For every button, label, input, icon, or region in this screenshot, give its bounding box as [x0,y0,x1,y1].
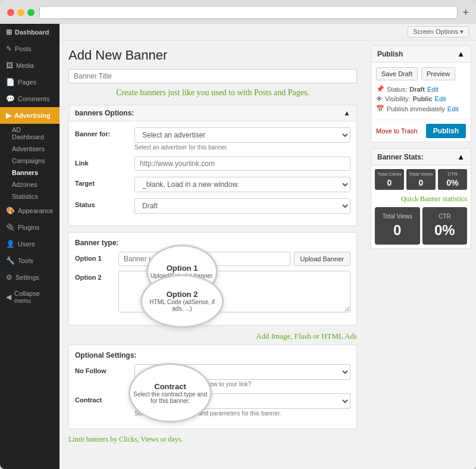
sidebar-item-adzones[interactable]: Adzones [0,179,60,190]
target-label: Target [75,177,129,187]
status-edit-link[interactable]: Edit [427,86,439,93]
sidebar-item-media[interactable]: 🖼 Media [0,57,60,74]
stats-grid: Total Clicks 0 Total Views 0 CTR 0% [375,169,467,190]
big-ctr-label: CTR [426,213,464,220]
advertising-icon: ▶ [6,111,11,120]
visibility-edit-link[interactable]: Edit [435,95,446,102]
banner-for-label: Banner for: [75,127,129,137]
total-clicks-cell: Total Clicks 0 [375,169,404,190]
big-total-views-value: 0 [378,222,416,239]
target-row: Target _blank, Load in a new window. [75,177,350,192]
option2-tooltip: Option 2 HTML Code (adSense, if ads, ...… [140,274,224,328]
banners-options-body: Banner for: Select an advertiser Select … [69,121,356,226]
publish-body: Save Draft Preview 📌 Status: Draft Edit … [371,62,471,120]
big-total-views: Total Views 0 [375,207,420,245]
publish-header[interactable]: Publish ▲ [371,46,471,62]
sidebar-item-tools[interactable]: 🔧 Tools [0,252,60,269]
banner-for-select[interactable]: Select an advertiser [134,127,350,143]
upload-banner-button[interactable]: Upload Banner [294,252,350,266]
status-label: Status [75,198,129,208]
close-dot[interactable] [7,9,14,16]
new-tab-icon[interactable]: + [462,7,469,19]
metabox-toggle-icon[interactable]: ▲ [343,109,350,117]
contract-row: Contract Select the contract type and pa… [75,393,350,417]
banners-options-metabox: banners Options: ▲ Banner for: Select an… [68,105,357,226]
sidebar-item-advertising[interactable]: ▶ Advertising [0,107,60,124]
optional-settings-body: Optional Settings: No Follow Do you want… [69,345,356,429]
sidebar-item-appearance[interactable]: 🎨 Appearance [0,202,60,219]
stats-body: Total Clicks 0 Total Views 0 CTR 0% [371,165,471,248]
sidebar-item-campaigns[interactable]: Campaigns [0,155,60,167]
editor-area: Add New Banner Create banners just like … [60,40,366,469]
optional-settings-heading: Optional Settings: [75,351,350,359]
status-row: Status Draft [75,198,350,214]
total-views-cell: Total Views 0 [406,169,436,190]
content-area: Add New Banner Create banners just like … [60,40,476,469]
banner-for-row: Banner for: Select an advertiser Select … [75,127,350,151]
sidebar-item-banners[interactable]: Banners [0,167,60,179]
stats-toggle-icon[interactable]: ▲ [457,152,465,161]
publish-heading: Publish [377,50,403,58]
status-icon: 📌 [376,85,384,93]
sidebar-item-plugins[interactable]: 🔌 Plugins [0,219,60,236]
publish-footer: Move to Trash Publish [371,120,471,142]
sidebar-item-advertisers[interactable]: Advertisers [0,143,60,155]
contract-tooltip-desc: Select the contract type and for this ba… [133,391,207,404]
banners-options-header[interactable]: banners Options: ▲ [69,105,356,121]
link-input[interactable] [134,157,350,171]
banner-type-metabox: Banner type: Option 1 Upload Banner Opti… [68,232,357,326]
sidebar-item-users[interactable]: 👤 Users [0,236,60,252]
maximize-dot[interactable] [27,9,35,16]
status-meta: 📌 Status: Draft Edit [376,85,466,93]
total-views-value: 0 [409,178,433,187]
sidebar-item-settings[interactable]: ⚙ Settings [0,269,60,286]
sidebar-item-collapse[interactable]: ◀ Collapse menu [0,286,60,308]
sidebar-item-posts[interactable]: ✎ Posts [0,40,60,57]
big-stats: Total Views 0 CTR 0% [375,207,467,245]
right-sidebar: Publish ▲ Save Draft Preview 📌 Status: [366,40,476,469]
visibility-label: Visibility: [385,95,411,102]
publish-button[interactable]: Publish [426,124,466,138]
save-draft-button[interactable]: Save Draft [376,67,418,80]
users-icon: 👤 [6,240,15,248]
publish-box: Publish ▲ Save Draft Preview 📌 Status: [371,45,471,142]
banner-stats-box: Banner Stats: ▲ Total Clicks 0 Total Vie [371,148,471,249]
media-icon: 🖼 [6,61,13,70]
pages-icon: 📄 [6,78,15,86]
sidebar-item-comments[interactable]: 💬 Comments [0,90,60,107]
publish-date-label: Publish immediately [387,105,445,112]
target-select[interactable]: _blank, Load in a new window. [134,177,350,192]
screen-options-button[interactable]: Screen Options ▾ [408,26,469,37]
main-content: Screen Options ▾ Add New Banner Create b… [60,24,476,469]
sidebar-item-ad-dashboard[interactable]: AD Dashboard [0,124,60,143]
option1-label: Option 1 [75,252,114,262]
sidebar-item-statistics[interactable]: Statistics [0,190,60,202]
banner-title-input[interactable] [68,69,357,83]
address-bar[interactable] [39,6,458,19]
target-field: _blank, Load in a new window. [134,177,350,192]
visibility-meta: 👁 Visibility: Public Edit [376,95,466,102]
no-follow-label: No Follow [75,364,129,374]
status-select[interactable]: Draft [134,198,350,214]
no-follow-row: No Follow Do you want to add rel nofollo… [75,364,350,387]
banner-type-heading: Banner type: [75,239,350,247]
big-ctr-value: 0% [426,222,464,239]
comments-icon: 💬 [6,95,15,103]
sidebar-item-pages[interactable]: 📄 Pages [0,74,60,90]
move-to-trash-link[interactable]: Move to Trash [376,127,418,135]
option2-tooltip-desc: HTML Code (adSense, if ads, ...) [149,299,215,312]
link-row: Link [75,157,350,171]
sidebar-item-dashboard[interactable]: ⊞ Dashboard [0,24,60,40]
publish-toggle-icon[interactable]: ▲ [457,49,465,58]
preview-button[interactable]: Preview [421,67,455,80]
link-label: Link [75,157,129,167]
annotation-add-image: Add Image, Flash or HTML Ads [68,332,357,342]
option2-tooltip-title: Option 2 [167,290,198,299]
minimize-dot[interactable] [17,9,24,16]
contract-tooltip-title: Contract [154,382,186,391]
collapse-icon: ◀ [6,293,11,301]
annotation-quick-stats: Quick Banner statistics [375,195,467,204]
stats-header[interactable]: Banner Stats: ▲ [371,149,471,165]
option2-label: Option 2 [75,271,114,281]
publish-date-edit-link[interactable]: Edit [447,105,459,112]
